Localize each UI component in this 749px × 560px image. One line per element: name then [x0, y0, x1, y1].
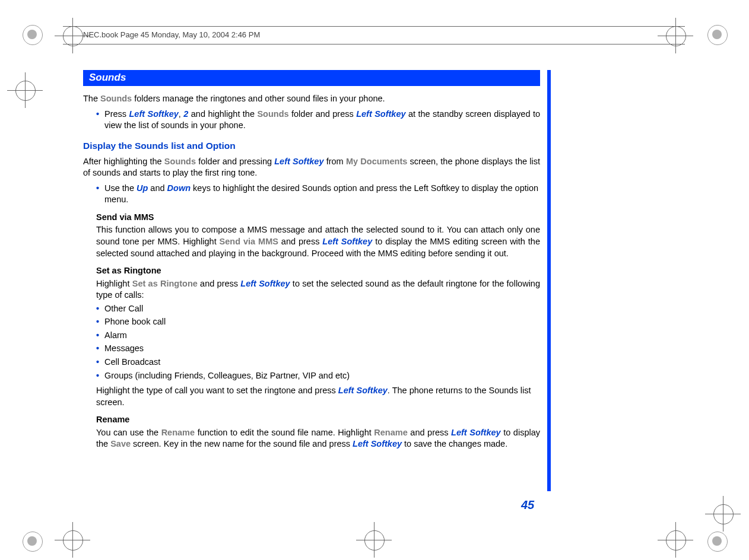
bullet-icon: •: [96, 343, 104, 355]
crosshair-icon: [658, 18, 693, 53]
bullet-text: Phone book call: [104, 316, 540, 328]
sub-section-title: Send via MMS: [96, 212, 540, 224]
bullet-icon: •: [96, 183, 104, 206]
section-right-border: [547, 70, 551, 491]
bullet-text: Press Left Softkey, 2 and highlight the …: [104, 109, 540, 132]
registration-mark-icon: [704, 21, 730, 47]
page-number: 45: [521, 498, 534, 512]
bullet-text: Cell Broadcast: [104, 357, 540, 368]
paragraph: This function allows you to compose a MM…: [96, 224, 540, 259]
bullet-icon: •: [96, 316, 104, 328]
list-item: •Cell Broadcast: [96, 357, 540, 368]
bullet-text: Messages: [104, 343, 540, 355]
body-text: The Sounds folders manage the ringtones …: [83, 93, 540, 450]
crosshair-icon: [7, 72, 43, 108]
registration-mark-icon: [19, 528, 45, 554]
bullet-icon: •: [96, 357, 104, 368]
intro-paragraph: The Sounds folders manage the ringtones …: [83, 93, 540, 105]
registration-mark-icon: [704, 528, 730, 554]
bullet-text: Use the Up and Down keys to highlight th…: [104, 183, 540, 206]
list-item: •Groups (including Friends, Colleagues, …: [96, 370, 540, 382]
list-item: •Phone book call: [96, 316, 540, 328]
sub-section-title: Set as Ringtone: [96, 265, 540, 277]
registration-mark-icon: [19, 21, 45, 47]
bullet-text: Groups (including Friends, Colleagues, B…: [104, 370, 540, 382]
header-rule: [63, 44, 685, 44]
bullet-icon: •: [96, 330, 104, 342]
paragraph: You can use the Rename function to edit …: [96, 427, 540, 450]
list-item: • Use the Up and Down keys to highlight …: [96, 183, 540, 206]
paragraph: Highlight Set as Ringtone and press Left…: [96, 278, 540, 301]
list-item: • Press Left Softkey, 2 and highlight th…: [96, 109, 540, 132]
paragraph: After highlighting the Sounds folder and…: [83, 156, 540, 179]
header-rule: [63, 26, 685, 27]
crosshair-icon: [658, 522, 693, 558]
list-item: •Alarm: [96, 330, 540, 342]
content-area: Sounds The Sounds folders manage the rin…: [83, 70, 540, 450]
crosshair-icon: [356, 522, 392, 558]
bullet-text: Other Call: [104, 303, 540, 315]
header-text: NEC.book Page 45 Monday, May 10, 2004 2:…: [83, 30, 260, 39]
list-item: •Messages: [96, 343, 540, 355]
list-item: •Other Call: [96, 303, 540, 315]
bullet-icon: •: [96, 109, 104, 132]
sub-section: Rename You can use the Rename function t…: [96, 414, 540, 450]
bullet-icon: •: [96, 303, 104, 315]
sub-section: Send via MMS This function allows you to…: [96, 212, 540, 259]
section-heading: Sounds: [83, 70, 540, 86]
sub-section: Set as Ringtone Highlight Set as Rington…: [96, 265, 540, 301]
paragraph: Highlight the type of call you want to s…: [96, 385, 540, 408]
bullet-text: Alarm: [104, 330, 540, 342]
sub-heading: Display the Sounds list and Option: [83, 140, 540, 152]
crosshair-icon: [705, 496, 741, 532]
sub-section-title: Rename: [96, 414, 540, 426]
crosshair-icon: [55, 522, 90, 558]
bullet-icon: •: [96, 370, 104, 382]
document-page: NEC.book Page 45 Monday, May 10, 2004 2:…: [0, 0, 749, 560]
